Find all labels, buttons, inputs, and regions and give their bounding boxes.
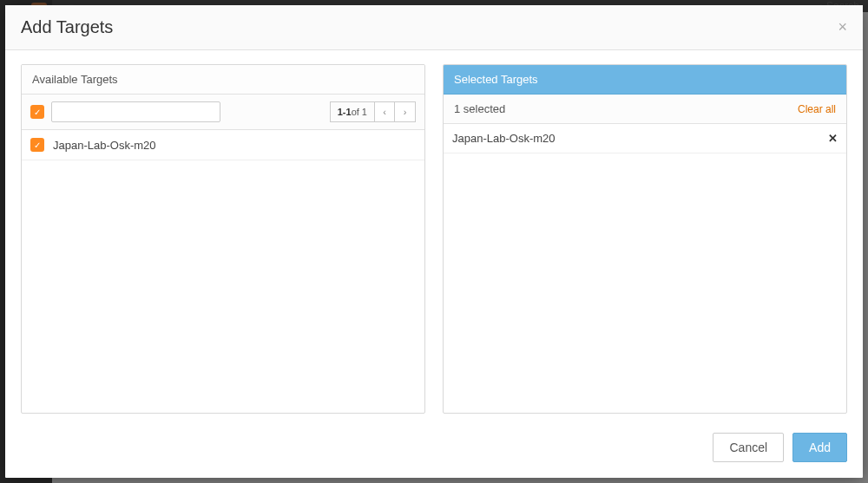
available-panel-fill [22,160,424,413]
available-targets-toolbar: ✓ 1-1 of 1 ‹ › [22,95,424,130]
modal-header: Add Targets × [5,5,863,50]
available-search-input[interactable] [51,101,220,122]
chevron-right-icon: › [404,107,407,117]
select-all-checkbox[interactable]: ✓ [30,105,44,119]
selected-targets-title: Selected Targets [454,73,538,86]
available-targets-panel: Available Targets ✓ 1-1 of 1 ‹ [21,64,425,414]
remove-selected-icon[interactable]: ✕ [828,132,838,145]
selected-targets-header: Selected Targets [444,65,846,95]
target-row-label: Japan-Lab-Osk-m20 [53,139,156,152]
page-range-suffix: of 1 [352,107,367,117]
selected-panel-fill [444,153,846,413]
selected-count: 1 selected [454,102,505,115]
page-next-button[interactable]: › [395,101,416,122]
selected-target-row: Japan-Lab-Osk-m20 ✕ [444,124,846,153]
cancel-button[interactable]: Cancel [713,433,784,462]
available-target-row[interactable]: ✓ Japan-Lab-Osk-m20 [22,130,424,160]
selected-row-label: Japan-Lab-Osk-m20 [452,132,556,145]
page-prev-button[interactable]: ‹ [374,101,395,122]
pagination: 1-1 of 1 ‹ › [330,101,416,122]
toolbar-left: ✓ [30,101,220,122]
page-range-bold: 1-1 [338,107,352,117]
available-targets-title: Available Targets [32,73,118,86]
add-targets-modal: Add Targets × Available Targets ✓ 1-1 of… [5,5,863,478]
modal-body: Available Targets ✓ 1-1 of 1 ‹ [5,50,863,421]
chevron-left-icon: ‹ [383,107,386,117]
modal-footer: Cancel Add [5,421,863,478]
page-counter: 1-1 of 1 [330,101,374,122]
selected-targets-panel: Selected Targets 1 selected Clear all Ja… [443,64,847,414]
available-targets-header: Available Targets [22,65,424,95]
add-button[interactable]: Add [792,433,847,462]
modal-title: Add Targets [21,17,113,37]
selected-targets-toolbar: 1 selected Clear all [444,95,846,124]
clear-all-link[interactable]: Clear all [798,103,836,115]
target-row-checkbox[interactable]: ✓ [30,138,44,152]
close-icon[interactable]: × [838,18,847,36]
